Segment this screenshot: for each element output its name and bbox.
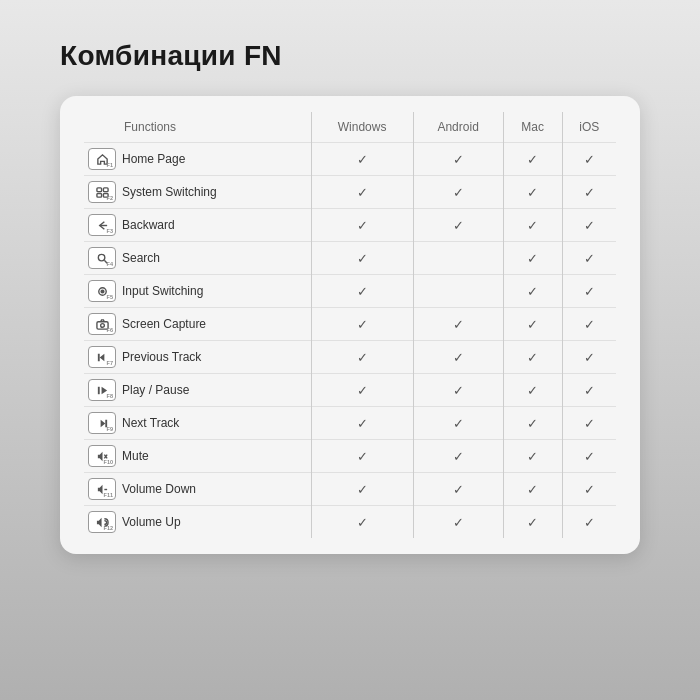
check-ios: ✓ bbox=[562, 209, 616, 242]
row-function-cell: F9Next Track bbox=[84, 407, 311, 439]
function-label: Volume Up bbox=[122, 515, 181, 529]
check-ios: ✓ bbox=[562, 407, 616, 440]
key-icon-f2: F2 bbox=[88, 181, 116, 203]
table-row: F5Input Switching✓✓✓ bbox=[84, 275, 616, 308]
svg-point-8 bbox=[100, 323, 104, 327]
svg-point-6 bbox=[101, 290, 104, 293]
check-windows: ✓ bbox=[311, 473, 413, 506]
table-row: F3Backward✓✓✓✓ bbox=[84, 209, 616, 242]
table-row: F12Volume Up✓✓✓✓ bbox=[84, 506, 616, 539]
check-android: ✓ bbox=[413, 440, 503, 473]
key-icon-f7: F7 bbox=[88, 346, 116, 368]
row-function-cell: F6Screen Capture bbox=[84, 308, 311, 340]
fn-table-card: Functions Windows Android Mac iOS F1Home… bbox=[60, 96, 640, 554]
check-ios: ✓ bbox=[562, 275, 616, 308]
check-mac: ✓ bbox=[503, 407, 562, 440]
check-mac: ✓ bbox=[503, 506, 562, 539]
row-function-cell: F8Play / Pause bbox=[84, 374, 311, 406]
check-windows: ✓ bbox=[311, 440, 413, 473]
row-function-cell: F10Mute bbox=[84, 440, 311, 472]
check-mac: ✓ bbox=[503, 143, 562, 176]
key-icon-f6: F6 bbox=[88, 313, 116, 335]
check-windows: ✓ bbox=[311, 506, 413, 539]
check-mac: ✓ bbox=[503, 209, 562, 242]
check-android bbox=[413, 275, 503, 308]
key-icon-f11: F11 bbox=[88, 478, 116, 500]
col-header-mac: Mac bbox=[503, 112, 562, 143]
check-android: ✓ bbox=[413, 341, 503, 374]
check-ios: ✓ bbox=[562, 176, 616, 209]
check-android: ✓ bbox=[413, 209, 503, 242]
check-mac: ✓ bbox=[503, 341, 562, 374]
check-ios: ✓ bbox=[562, 341, 616, 374]
function-label: Play / Pause bbox=[122, 383, 189, 397]
check-windows: ✓ bbox=[311, 242, 413, 275]
function-label: Backward bbox=[122, 218, 175, 232]
row-function-cell: F2System Switching bbox=[84, 176, 311, 208]
check-windows: ✓ bbox=[311, 209, 413, 242]
check-windows: ✓ bbox=[311, 275, 413, 308]
check-mac: ✓ bbox=[503, 308, 562, 341]
key-icon-f10: F10 bbox=[88, 445, 116, 467]
check-mac: ✓ bbox=[503, 275, 562, 308]
row-function-cell: F5Input Switching bbox=[84, 275, 311, 307]
key-icon-f9: F9 bbox=[88, 412, 116, 434]
check-windows: ✓ bbox=[311, 143, 413, 176]
table-row: F6Screen Capture✓✓✓✓ bbox=[84, 308, 616, 341]
check-windows: ✓ bbox=[311, 374, 413, 407]
check-mac: ✓ bbox=[503, 473, 562, 506]
key-icon-f5: F5 bbox=[88, 280, 116, 302]
check-ios: ✓ bbox=[562, 242, 616, 275]
check-windows: ✓ bbox=[311, 176, 413, 209]
page-title: Комбинации FN bbox=[60, 40, 282, 72]
col-header-ios: iOS bbox=[562, 112, 616, 143]
check-mac: ✓ bbox=[503, 176, 562, 209]
check-android: ✓ bbox=[413, 407, 503, 440]
row-function-cell: F12Volume Up bbox=[84, 506, 311, 538]
svg-rect-1 bbox=[103, 187, 108, 191]
check-android: ✓ bbox=[413, 374, 503, 407]
check-android bbox=[413, 242, 503, 275]
check-mac: ✓ bbox=[503, 242, 562, 275]
key-icon-f3: F3 bbox=[88, 214, 116, 236]
fn-table: Functions Windows Android Mac iOS F1Home… bbox=[84, 112, 616, 538]
function-label: Mute bbox=[122, 449, 149, 463]
check-windows: ✓ bbox=[311, 341, 413, 374]
row-function-cell: F11Volume Down bbox=[84, 473, 311, 505]
svg-rect-2 bbox=[96, 193, 101, 197]
table-row: F10Mute✓✓✓✓ bbox=[84, 440, 616, 473]
row-function-cell: F4Search bbox=[84, 242, 311, 274]
check-android: ✓ bbox=[413, 308, 503, 341]
function-label: System Switching bbox=[122, 185, 217, 199]
row-function-cell: F3Backward bbox=[84, 209, 311, 241]
svg-rect-9 bbox=[97, 386, 99, 393]
col-header-windows: Windows bbox=[311, 112, 413, 143]
check-ios: ✓ bbox=[562, 473, 616, 506]
svg-point-4 bbox=[98, 254, 105, 261]
table-row: F7Previous Track✓✓✓✓ bbox=[84, 341, 616, 374]
table-row: F8Play / Pause✓✓✓✓ bbox=[84, 374, 616, 407]
check-ios: ✓ bbox=[562, 308, 616, 341]
table-row: F1Home Page✓✓✓✓ bbox=[84, 143, 616, 176]
function-label: Search bbox=[122, 251, 160, 265]
check-windows: ✓ bbox=[311, 407, 413, 440]
table-row: F11Volume Down✓✓✓✓ bbox=[84, 473, 616, 506]
check-mac: ✓ bbox=[503, 374, 562, 407]
check-ios: ✓ bbox=[562, 506, 616, 539]
check-android: ✓ bbox=[413, 143, 503, 176]
check-ios: ✓ bbox=[562, 143, 616, 176]
function-label: Next Track bbox=[122, 416, 179, 430]
col-header-functions: Functions bbox=[84, 112, 311, 143]
check-android: ✓ bbox=[413, 473, 503, 506]
key-icon-f12: F12 bbox=[88, 511, 116, 533]
row-function-cell: F7Previous Track bbox=[84, 341, 311, 373]
check-ios: ✓ bbox=[562, 374, 616, 407]
function-label: Screen Capture bbox=[122, 317, 206, 331]
col-header-android: Android bbox=[413, 112, 503, 143]
check-mac: ✓ bbox=[503, 440, 562, 473]
check-ios: ✓ bbox=[562, 440, 616, 473]
function-label: Home Page bbox=[122, 152, 185, 166]
row-function-cell: F1Home Page bbox=[84, 143, 311, 175]
function-label: Previous Track bbox=[122, 350, 201, 364]
key-icon-f8: F8 bbox=[88, 379, 116, 401]
